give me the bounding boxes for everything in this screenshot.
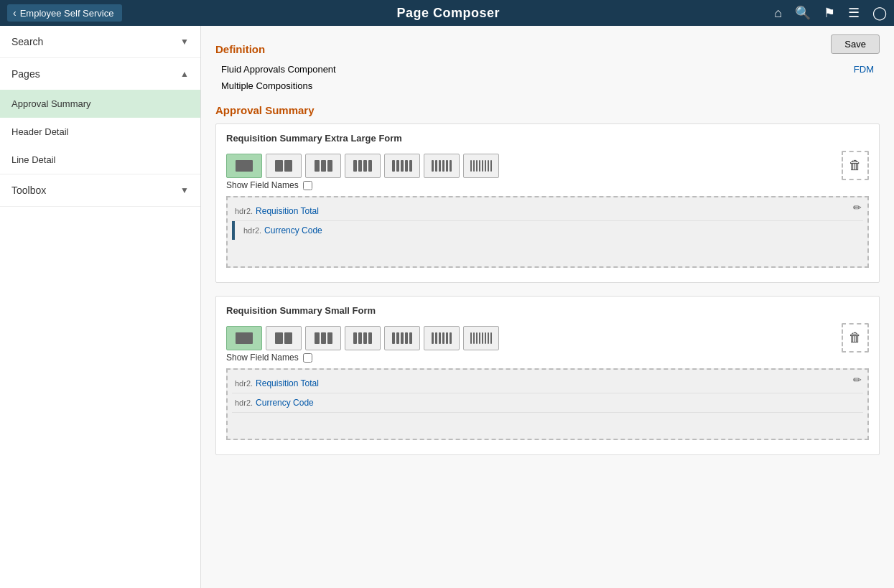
- flag-icon[interactable]: ⚑: [824, 5, 835, 21]
- show-field-names-label-1: Show Field Names: [226, 180, 299, 190]
- nav-icons-group: ⌂ 🔍 ⚑ ☰ ◯: [774, 5, 887, 21]
- field-prefix-2b: hdr2.: [235, 398, 253, 407]
- field-prefix-1b: hdr2.: [243, 226, 261, 235]
- show-field-names-checkbox-1[interactable]: [303, 181, 312, 190]
- layout-3col-btn[interactable]: [305, 154, 341, 178]
- fdm-tag: FDM: [854, 64, 874, 75]
- form-section-extra-large: Requisition Summary Extra Large Form: [215, 123, 880, 283]
- sidebar-item-line-detail[interactable]: Line Detail: [0, 146, 200, 174]
- search-icon[interactable]: 🔍: [795, 5, 811, 21]
- field-name-requisition-total-2: Requisition Total: [256, 378, 319, 388]
- layout-4col-btn[interactable]: [345, 154, 381, 178]
- sidebar-toolbox-section: Toolbox ▼: [0, 174, 200, 207]
- sidebar: Search ▼ Pages ▲ Approval Summary Header…: [0, 26, 201, 588]
- layout-6col-btn-2[interactable]: [424, 326, 460, 350]
- layout-8col-btn-2[interactable]: [463, 326, 499, 350]
- form-title-small: Requisition Summary Small Form: [226, 305, 869, 316]
- approval-summary-heading: Approval Summary: [215, 104, 880, 116]
- fluid-approvals-label: Fluid Approvals Component: [221, 64, 336, 75]
- sidebar-item-header-detail[interactable]: Header Detail: [0, 118, 200, 146]
- edit-icon-2[interactable]: ✏: [853, 374, 862, 386]
- layout-buttons-2: [226, 326, 832, 350]
- layout-2col-btn-2[interactable]: [266, 326, 302, 350]
- field-row-currency-code-2: hdr2. Currency Code: [232, 393, 863, 413]
- save-button[interactable]: Save: [831, 34, 880, 54]
- definition-row-1: Fluid Approvals Component FDM: [215, 61, 880, 78]
- back-button[interactable]: ‹ Employee Self Service: [7, 4, 122, 22]
- toolbox-section-header[interactable]: Toolbox ▼: [0, 174, 200, 206]
- user-icon[interactable]: ◯: [872, 5, 887, 21]
- layout-2col-btn[interactable]: [266, 154, 302, 178]
- back-label: Employee Self Service: [20, 8, 114, 19]
- delete-area-2[interactable]: 🗑: [842, 323, 869, 353]
- definition-row-2: Multiple Compositions: [215, 78, 880, 94]
- field-row-currency-code-1: hdr2. Currency Code: [241, 221, 863, 240]
- left-bar-1: [232, 221, 235, 240]
- layout-buttons-1: [226, 154, 832, 178]
- layout-3col-btn-2[interactable]: [305, 326, 341, 350]
- field-row-requisition-total-2: hdr2. Requisition Total: [232, 374, 863, 393]
- edit-icon-1[interactable]: ✏: [853, 202, 862, 213]
- layout-5col-btn[interactable]: [384, 154, 420, 178]
- sidebar-item-approval-summary[interactable]: Approval Summary: [0, 90, 200, 118]
- search-section-header[interactable]: Search ▼: [0, 26, 200, 57]
- content-area: Save Definition Fluid Approvals Componen…: [201, 26, 894, 588]
- pages-section-header[interactable]: Pages ▲: [0, 58, 200, 90]
- multiple-compositions-label: Multiple Compositions: [221, 80, 312, 91]
- layout-1col-btn-2[interactable]: [226, 326, 262, 350]
- toolbox-chevron: ▼: [180, 185, 189, 195]
- back-arrow-icon: ‹: [13, 7, 17, 19]
- top-navigation: ‹ Employee Self Service Page Composer ⌂ …: [0, 0, 894, 26]
- dashed-content-area-1: ✏ hdr2. Requisition Total hdr2. Currency…: [226, 196, 869, 268]
- layout-8col-btn[interactable]: [463, 154, 499, 178]
- layout-4col-btn-2[interactable]: [345, 326, 381, 350]
- field-name-currency-code-2: Currency Code: [256, 398, 314, 408]
- dashed-content-area-2: ✏ hdr2. Requisition Total hdr2. Currency…: [226, 368, 869, 440]
- menu-icon[interactable]: ☰: [848, 5, 860, 21]
- field-name-requisition-total-1: Requisition Total: [256, 206, 319, 216]
- pages-chevron: ▲: [180, 69, 189, 79]
- delete-area-1[interactable]: 🗑: [842, 151, 869, 180]
- layout-5col-btn-2[interactable]: [384, 326, 420, 350]
- form-title-extra-large: Requisition Summary Extra Large Form: [226, 133, 869, 144]
- sidebar-pages-section: Pages ▲ Approval Summary Header Detail L…: [0, 58, 200, 174]
- layout-selector-row-1: 🗑: [226, 151, 869, 180]
- toolbox-label: Toolbox: [11, 185, 46, 196]
- sidebar-search-section: Search ▼: [0, 26, 200, 58]
- layout-1col-btn[interactable]: [226, 154, 262, 178]
- field-prefix-2a: hdr2.: [235, 379, 253, 388]
- field-row-currency-code-1-wrapper: hdr2. Currency Code: [232, 221, 863, 240]
- field-row-requisition-total-1: hdr2. Requisition Total: [232, 202, 863, 221]
- layout-6col-btn[interactable]: [424, 154, 460, 178]
- search-chevron: ▼: [180, 37, 189, 47]
- search-label: Search: [11, 36, 43, 47]
- home-icon[interactable]: ⌂: [774, 6, 782, 21]
- main-layout: Search ▼ Pages ▲ Approval Summary Header…: [0, 26, 894, 588]
- show-field-names-2: Show Field Names: [226, 353, 869, 363]
- pages-label: Pages: [11, 68, 40, 80]
- show-field-names-checkbox-2[interactable]: [303, 353, 312, 363]
- show-field-names-1: Show Field Names: [226, 180, 869, 190]
- form-section-small: Requisition Summary Small Form: [215, 296, 880, 455]
- definition-title: Definition: [215, 43, 880, 55]
- field-name-currency-code-1: Currency Code: [264, 225, 322, 235]
- show-field-names-label-2: Show Field Names: [226, 353, 299, 363]
- page-title: Page Composer: [122, 6, 774, 21]
- delete-icon-1[interactable]: 🗑: [849, 158, 862, 173]
- layout-selector-row-2: 🗑: [226, 323, 869, 353]
- delete-icon-2[interactable]: 🗑: [849, 330, 862, 345]
- definition-section: Definition Fluid Approvals Component FDM…: [215, 43, 880, 94]
- field-prefix-1a: hdr2.: [235, 207, 253, 215]
